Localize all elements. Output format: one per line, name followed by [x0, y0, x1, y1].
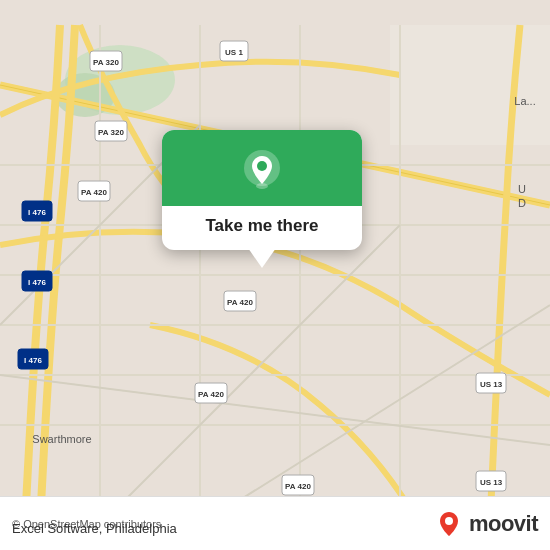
- svg-text:Swarthmore: Swarthmore: [32, 433, 91, 445]
- svg-text:PA 420: PA 420: [227, 298, 253, 307]
- svg-text:PA 420: PA 420: [285, 482, 311, 491]
- popup-header: [162, 130, 362, 206]
- take-me-there-button[interactable]: Take me there: [162, 206, 362, 250]
- svg-text:PA 320: PA 320: [98, 128, 124, 137]
- svg-text:D: D: [518, 197, 526, 209]
- svg-text:US 1: US 1: [225, 48, 243, 57]
- svg-point-52: [257, 161, 267, 171]
- svg-text:I 476: I 476: [28, 278, 46, 287]
- svg-point-53: [445, 517, 453, 525]
- moovit-brand-text: moovit: [469, 511, 538, 537]
- svg-text:La...: La...: [514, 95, 535, 107]
- location-popup: Take me there: [162, 130, 362, 250]
- svg-text:U: U: [518, 183, 526, 195]
- moovit-logo: moovit: [435, 510, 538, 538]
- location-pin-icon: [240, 148, 284, 192]
- svg-text:I 476: I 476: [28, 208, 46, 217]
- svg-text:PA 420: PA 420: [198, 390, 224, 399]
- map-container: PA 320 US 1 PA 320 I 476 I 476 I 476 PA …: [0, 0, 550, 550]
- svg-text:US 13: US 13: [480, 380, 503, 389]
- svg-text:I 476: I 476: [24, 356, 42, 365]
- svg-text:US 13: US 13: [480, 478, 503, 487]
- svg-text:PA 320: PA 320: [93, 58, 119, 67]
- svg-rect-3: [390, 25, 550, 145]
- location-label: Excel Software, Philadelphia: [12, 521, 177, 536]
- svg-text:PA 420: PA 420: [81, 188, 107, 197]
- moovit-pin-icon: [435, 510, 463, 538]
